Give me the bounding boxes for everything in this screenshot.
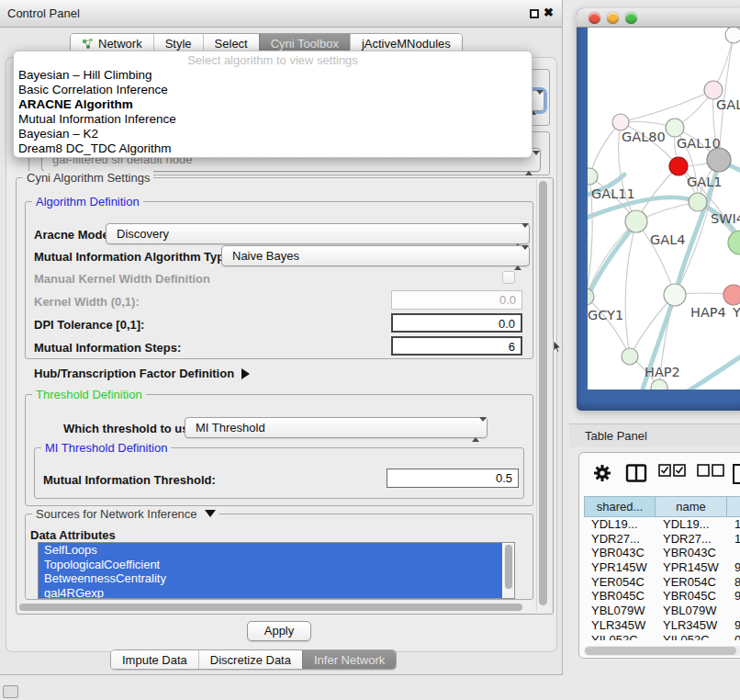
node-hap2[interactable] (622, 348, 638, 365)
table-row[interactable]: YLR345WYLR345W9. (584, 618, 740, 633)
tab-impute-data[interactable]: Impute Data (111, 650, 198, 669)
settings-vertical-scrollbar[interactable] (536, 179, 548, 611)
network-edge[interactable] (589, 122, 621, 176)
dropdown-item-aracne-algorithm[interactable]: ARACNE Algorithm (14, 97, 532, 112)
close-window-icon[interactable]: ✖ (544, 6, 554, 19)
collapsed-panel-chip[interactable] (3, 685, 18, 698)
table-row[interactable]: YBR045CYBR045C9. (584, 589, 740, 604)
collapse-arrow-icon (241, 368, 250, 379)
node-right-green[interactable] (728, 231, 740, 254)
table-row[interactable]: YPR145WYPR145W9. (584, 560, 740, 575)
kernel-width-field[interactable]: 0.0 (391, 290, 522, 310)
node-label-swi4: SWI4 (711, 211, 740, 226)
tab-label: Infer Network (314, 653, 385, 667)
table-cell: YER054C (584, 575, 656, 590)
table-row[interactable]: YDL19...YDL19...13 (584, 517, 740, 532)
table-panel-titlebar: Table Panel (569, 423, 740, 447)
table-row[interactable]: YBR043CYBR043C (584, 546, 740, 560)
node-gal4[interactable] (625, 210, 647, 232)
gear-icon[interactable] (592, 463, 612, 487)
table-row[interactable]: YBL079WYBL079W (584, 604, 740, 618)
cyni-mode-tabs: Impute DataDiscretize DataInfer Network (110, 649, 397, 670)
attribute-item-gal4rgexp[interactable]: gal4RGexp (39, 586, 502, 600)
mi-threshold-field[interactable]: 0.5 (387, 469, 519, 488)
sources-toggle[interactable]: Sources for Network Inference (32, 507, 219, 521)
node-gray-node[interactable] (707, 148, 731, 172)
dropdown-item-dream8-dc-tdc-algorithm[interactable]: Dream8 DC_TDC Algorithm (14, 141, 532, 156)
close-traffic-light-icon[interactable] (589, 12, 600, 24)
node-gcy1[interactable] (588, 288, 594, 305)
mi-type-label: Mutual Information Algorithm Type: (34, 250, 235, 264)
tab-infer-network[interactable]: Infer Network (302, 650, 396, 669)
hub-section-toggle[interactable]: Hub/Transcription Factor Definition (34, 367, 250, 380)
node-gal10[interactable] (666, 119, 684, 137)
expand-arrow-icon (205, 510, 216, 517)
table-row[interactable]: YDR27...YDR27...12 (584, 532, 740, 547)
mi-steps-field[interactable]: 6 (391, 336, 522, 356)
table-cell: YBR045C (656, 589, 727, 604)
which-threshold-combo[interactable]: MI Threshold (185, 417, 488, 438)
tab-select[interactable]: Select (203, 34, 259, 52)
tab-cyni-toolbox[interactable]: Cyni Toolbox (259, 34, 350, 52)
network-edge[interactable] (588, 297, 630, 356)
page-icon[interactable] (732, 463, 740, 489)
manual-kernel-checkbox[interactable] (502, 271, 515, 284)
node-gal11[interactable] (588, 168, 598, 185)
attribute-item-selfloops[interactable]: SelfLoops (39, 543, 502, 558)
node-top-cut[interactable] (725, 28, 740, 43)
dropdown-item-basic-correlation-inference[interactable]: Basic Correlation Inference (14, 83, 532, 97)
table-cell: YIL052C (656, 633, 727, 641)
aracne-mode-combo[interactable]: Discovery (106, 223, 530, 244)
dpi-tolerance-field[interactable]: 0.0 (391, 313, 522, 333)
network-thick-edge[interactable] (676, 351, 740, 390)
tab-style[interactable]: Style (153, 34, 203, 52)
dropdown-item-bayesian-k2[interactable]: Bayesian – K2 (14, 127, 532, 141)
table-cell (727, 604, 740, 618)
table-cell (727, 546, 740, 560)
minimize-traffic-light-icon[interactable] (607, 12, 619, 24)
table-panel-title: Table Panel (585, 424, 647, 448)
tab-label: Cyni Toolbox (271, 37, 339, 51)
network-edge[interactable] (621, 90, 713, 122)
float-window-icon[interactable] (530, 9, 539, 18)
attribute-item-topologicalcoefficient[interactable]: TopologicalCoefficient (39, 558, 502, 572)
mouse-cursor-icon (553, 340, 562, 356)
column-header-shared...[interactable]: shared... (584, 496, 656, 517)
mi-threshold-group-title: MI Threshold Definition (41, 441, 171, 455)
tab-network[interactable]: Network (71, 34, 153, 52)
table-horizontal-scrollbar[interactable] (584, 646, 740, 656)
settings-horizontal-scrollbar[interactable] (17, 602, 533, 613)
deselect-all-icon[interactable] (697, 463, 724, 481)
attribute-item-betweennesscentrality[interactable]: BetweennessCentrality (39, 571, 502, 586)
node-label-hap2: HAP2 (645, 365, 680, 379)
apply-button[interactable]: Apply (247, 621, 311, 641)
network-canvas[interactable]: GALGAL80GAL10GAL1GAL11SWI4GAL4GCY1HAP4YH… (588, 28, 740, 390)
mi-algorithm-type-combo[interactable]: Naive Bayes (221, 245, 530, 266)
table-row[interactable]: YER054CYER054C8. (584, 575, 740, 590)
dropdown-item-bayesian-hill-climbing[interactable]: Bayesian – Hill Climbing (14, 68, 532, 83)
algorithm-definition-title: Algorithm Definition (32, 195, 143, 209)
table-cell: YDR27... (584, 532, 656, 547)
dropdown-item-mutual-information-inference[interactable]: Mutual Information Inference (14, 112, 532, 127)
column-header-name[interactable]: name (656, 496, 727, 517)
node-swi4[interactable] (689, 193, 707, 211)
node-hap4[interactable] (664, 284, 686, 306)
node-gal1[interactable] (669, 157, 688, 175)
control-panel-titlebar: Control Panel ✖ (0, 0, 562, 28)
column-header-cut[interactable] (727, 496, 740, 517)
tab-jactivemnodules[interactable]: jActiveMNodules (350, 34, 462, 52)
node-pink-right[interactable] (723, 285, 740, 305)
network-edge[interactable] (625, 221, 636, 356)
tab-discretize-data[interactable]: Discretize Data (198, 650, 302, 669)
threshold-definition-title: Threshold Definition (32, 388, 146, 401)
select-all-icon[interactable] (658, 463, 686, 481)
node-gal80[interactable] (612, 114, 629, 130)
zoom-traffic-light-icon[interactable] (625, 12, 637, 24)
network-thick-edge[interactable] (588, 223, 636, 309)
node-table-card: shared...name YDL19...YDL19...13YDR27...… (578, 452, 740, 659)
table-row[interactable]: YIL052CYIL052C0. (584, 633, 740, 641)
node-bottom-cut[interactable] (651, 379, 667, 390)
attributes-list-scrollbar[interactable] (504, 544, 513, 598)
node-gal-cut[interactable] (704, 81, 723, 99)
columns-icon[interactable] (625, 463, 647, 487)
